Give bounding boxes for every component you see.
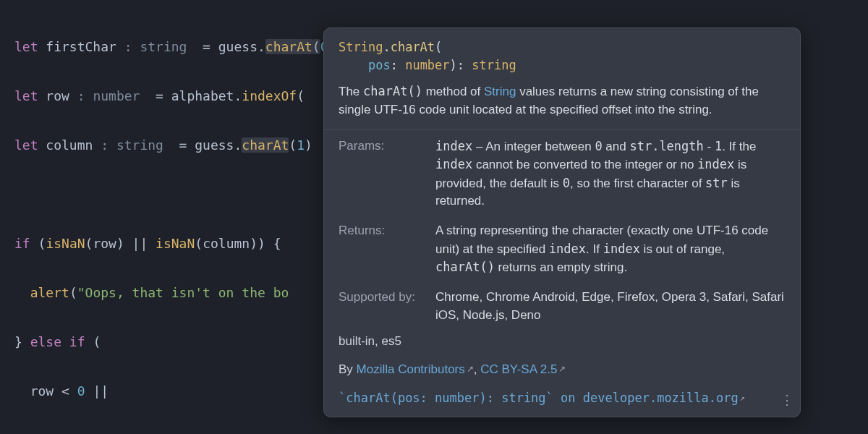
string-link[interactable]: String bbox=[484, 85, 516, 98]
doc-tooltip: String.charAt( pos: number): string The … bbox=[323, 27, 801, 417]
params-row: Params: index – An integer between 0 and… bbox=[324, 130, 800, 216]
external-icon: ↗ bbox=[558, 364, 566, 374]
more-actions-icon[interactable]: ⋮ bbox=[780, 391, 793, 409]
doc-tags: built-in, es5 bbox=[324, 328, 800, 355]
returns-row: Returns: A string representing the chara… bbox=[324, 215, 800, 281]
supported-row: Supported by: Chrome, Chrome Android, Ed… bbox=[324, 281, 800, 328]
code-line: row >= boardSize || bbox=[14, 428, 854, 434]
external-icon: ↗ bbox=[467, 364, 474, 374]
doc-attribution: By Mozilla Contributors↗, CC BY-SA 2.5↗ bbox=[324, 355, 800, 385]
license-link[interactable]: CC BY-SA 2.5 bbox=[480, 362, 557, 376]
external-icon: ↗ bbox=[740, 393, 745, 403]
doc-description: The charAt() method of String values ret… bbox=[324, 78, 800, 129]
doc-signature: String.charAt( pos: number): string bbox=[324, 28, 800, 78]
contributors-link[interactable]: Mozilla Contributors bbox=[357, 362, 465, 376]
mdn-link[interactable]: `charAt(pos: number): string` on develop… bbox=[324, 385, 800, 417]
